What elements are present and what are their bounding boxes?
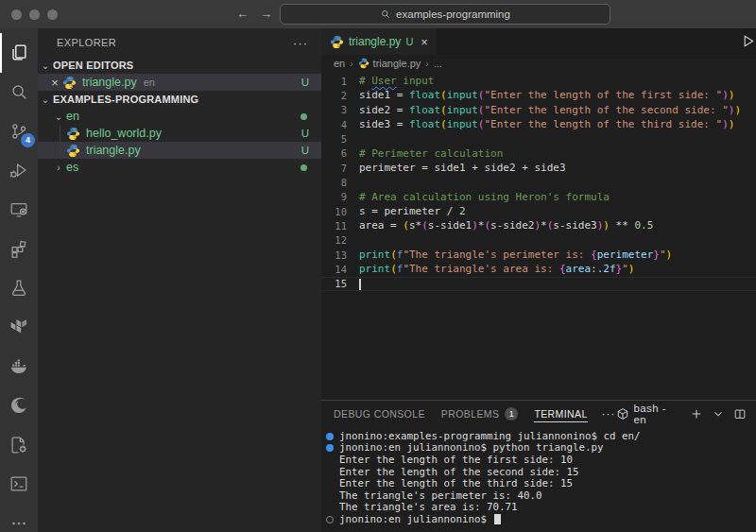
terminal-text: Enter the length of the second side: 15 — [339, 466, 579, 478]
code-line[interactable]: 10s = perimeter / 2 — [321, 204, 756, 218]
code-line[interactable]: 4side3 = float(input("Enter the length o… — [321, 117, 756, 131]
tab-triangle.py[interactable]: triangle.pyU× — [321, 28, 437, 55]
code-line[interactable]: 9# Area calculation using Heron's formul… — [321, 190, 756, 204]
activity-terraform-button[interactable] — [0, 308, 38, 348]
breadcrumb-separator-icon: › — [425, 59, 428, 69]
minimize-window-button[interactable] — [29, 9, 40, 20]
panel-actions: bash - en — [616, 403, 747, 425]
tree-item-es[interactable]: ›es — [38, 159, 321, 176]
open-editor-folder: en — [144, 77, 155, 88]
activity-more-button[interactable] — [0, 504, 38, 532]
git-changes-dot — [301, 164, 307, 171]
activity-explorer-button[interactable] — [0, 33, 38, 73]
panel-more-actions-button[interactable]: ··· — [602, 407, 616, 420]
line-number: 13 — [321, 249, 347, 261]
terminal-output[interactable]: jnonino:examples-programming juliannonin… — [321, 430, 756, 532]
activity-extensions-button[interactable] — [0, 230, 38, 269]
line-number: 10 — [321, 206, 347, 217]
code-text: # Perimeter calculation — [359, 147, 503, 160]
breadcrumb-item-triangle.py[interactable]: triangle.py — [358, 58, 421, 69]
forward-button[interactable]: → — [260, 7, 272, 21]
window-controls[interactable] — [11, 9, 58, 20]
line-number: 7 — [321, 163, 347, 174]
problems-count-badge: 1 — [505, 407, 518, 420]
ellipsis-icon — [9, 513, 29, 532]
code-line[interactable]: 8 — [321, 175, 756, 189]
panel-tab-terminal[interactable]: TERMINAL — [534, 401, 587, 426]
activity-edge-tools-button[interactable] — [0, 386, 38, 426]
terminal-picker-button[interactable] — [712, 407, 725, 420]
code-line[interactable]: 6# Perimeter calculation — [321, 146, 756, 161]
line-number: 5 — [321, 133, 347, 145]
title-bar: ← → examples-programming — [0, 0, 756, 28]
back-button[interactable]: ← — [236, 7, 249, 21]
panel-header: DEBUG CONSOLEPROBLEMS1TERMINAL ··· bash … — [321, 401, 756, 426]
close-editor-icon[interactable]: × — [47, 76, 62, 90]
tree-item-en[interactable]: ⌄en — [38, 108, 321, 125]
command-success-dot — [326, 444, 334, 452]
git-status-badge: U — [301, 145, 309, 156]
breadcrumb-label: ... — [434, 58, 442, 69]
tree-item-triangle.py[interactable]: triangle.pyU — [38, 142, 321, 159]
explorer-more-actions-button[interactable]: ··· — [293, 36, 308, 50]
code-text: perimeter = side1 + side2 + side3 — [359, 162, 566, 174]
new-terminal-button[interactable] — [690, 407, 703, 420]
tree-item-hello_world.py[interactable]: hello_world.pyU — [38, 125, 321, 142]
code-line[interactable]: 11area = (s*(s-side1)*(s-side2)*(s-side3… — [321, 218, 756, 232]
open-editors-header[interactable]: ⌄ OPEN EDITORS — [38, 57, 321, 74]
open-editors-label: OPEN EDITORS — [53, 60, 133, 71]
activity-source-control-button[interactable]: 4 — [0, 112, 38, 151]
code-line[interactable]: 13print(f"The triangle's perimeter is: {… — [321, 248, 756, 262]
breadcrumb-item-en[interactable]: en — [334, 58, 345, 69]
close-tab-icon[interactable]: × — [421, 35, 428, 49]
tree-item-label: hello_world.py — [86, 127, 162, 140]
activity-docker-button[interactable] — [0, 347, 38, 386]
activity-search-button[interactable] — [0, 73, 38, 112]
activity-remote-explorer-button[interactable] — [0, 190, 38, 230]
code-line[interactable]: 3side2 = float(input("Enter the length o… — [321, 103, 756, 117]
python-icon — [62, 76, 82, 90]
line-number: 9 — [321, 191, 347, 202]
run-python-file-button[interactable] — [741, 34, 755, 52]
split-terminal-button[interactable] — [733, 407, 747, 420]
command-success-dot — [326, 433, 334, 440]
breadcrumb-item-...[interactable]: ... — [434, 58, 442, 69]
code-text: # User input — [359, 75, 435, 87]
code-line[interactable]: 15 — [321, 277, 756, 291]
search-icon — [9, 81, 29, 102]
code-line[interactable]: 1# User input — [321, 74, 756, 88]
maximize-window-button[interactable] — [47, 9, 58, 20]
code-line[interactable]: 7perimeter = side1 + side2 + side3 — [321, 161, 756, 175]
panel-tab-label: PROBLEMS — [441, 408, 500, 420]
code-line[interactable]: 5 — [321, 131, 756, 146]
code-line[interactable]: 14print(f"The triangle's area is: {area:… — [321, 262, 756, 276]
workspace-label: EXAMPLES-PROGRAMMING — [53, 94, 198, 105]
activity-run-debug-button[interactable] — [0, 151, 38, 191]
editor-group: triangle.pyU× en›triangle.py›... 1# User… — [321, 28, 756, 400]
tab-modified-badge: U — [405, 36, 413, 47]
line-number: 6 — [321, 147, 347, 159]
code-editor[interactable]: 1# User input2side1 = float(input("Enter… — [321, 74, 756, 400]
git-status-badge: U — [301, 128, 309, 139]
code-line[interactable]: 12 — [321, 233, 756, 248]
open-editors-list: ×triangle.pyenU — [38, 74, 321, 91]
extensions-icon — [9, 238, 29, 259]
chevron-down-icon: ⌄ — [38, 94, 53, 105]
code-text: s = perimeter / 2 — [359, 205, 466, 217]
command-center-search[interactable]: examples-programming — [280, 4, 610, 25]
terminal-text: The triangle's area is: 70.71 — [339, 501, 518, 513]
search-icon — [380, 9, 391, 20]
panel-tab-problems[interactable]: PROBLEMS1 — [441, 401, 519, 426]
line-number: 1 — [321, 76, 347, 87]
open-editor-item[interactable]: ×triangle.pyenU — [38, 74, 321, 91]
git-status-badge: U — [301, 77, 309, 88]
activity-terminal-view-button[interactable] — [0, 465, 38, 505]
activity-file-settings-button[interactable] — [0, 425, 38, 465]
terminal-shell-picker[interactable]: bash - en — [616, 403, 682, 425]
activity-testing-button[interactable] — [0, 268, 38, 308]
code-line[interactable]: 2side1 = float(input("Enter the length o… — [321, 88, 756, 102]
close-window-button[interactable] — [11, 9, 22, 20]
panel-tab-debug-console[interactable]: DEBUG CONSOLE — [334, 401, 425, 426]
workspace-header[interactable]: ⌄ EXAMPLES-PROGRAMMING — [38, 91, 321, 108]
python-icon — [358, 58, 369, 69]
